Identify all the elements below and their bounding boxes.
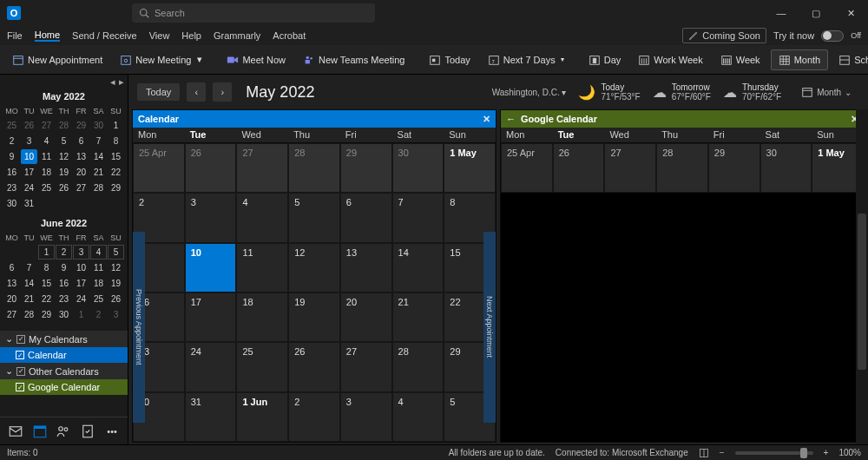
forecast-day[interactable]: 🌙Today71°F/53°F (578, 82, 640, 102)
menu-item-view[interactable]: View (149, 30, 170, 41)
calendar-cell[interactable]: 26 (185, 143, 237, 193)
mini-cal-day[interactable]: 24 (73, 292, 89, 306)
calendar-cell[interactable]: 28 (288, 143, 340, 193)
new-teams-meeting-button[interactable]: New Teams Meeting (296, 50, 411, 69)
back-arrow-icon[interactable]: ← (506, 114, 516, 124)
mini-cal-day[interactable]: 13 (73, 149, 89, 164)
mini-cal-day[interactable]: 20 (73, 165, 89, 180)
calendar-cell[interactable]: 30 (760, 143, 812, 193)
calendar-cell[interactable]: 4 (236, 193, 288, 242)
calendar-cell[interactable]: 1 Jun (604, 392, 656, 442)
zoom-out-button[interactable]: − (720, 448, 725, 457)
view-selector[interactable]: Month ⌄ (793, 82, 859, 102)
mini-cal-day[interactable]: 5 (108, 245, 124, 260)
mini-cal-day[interactable]: 27 (38, 118, 55, 133)
goto-today-button[interactable]: Today (137, 83, 180, 101)
mini-cal-day[interactable]: 25 (38, 181, 55, 195)
menu-item-home[interactable]: Home (35, 30, 60, 42)
calendar-cell[interactable]: 31 (185, 392, 237, 442)
mini-cal-day[interactable]: 11 (90, 260, 107, 275)
scrollbar[interactable] (856, 109, 868, 444)
mini-cal-day[interactable]: 26 (21, 118, 37, 133)
mini-cal-day[interactable]: 27 (3, 307, 20, 322)
new-appointment-button[interactable]: New Appointment (5, 50, 109, 69)
calendar-cell[interactable]: 26 (656, 342, 708, 391)
search-input[interactable]: Search (132, 3, 375, 23)
calendar-cell[interactable]: 4 (760, 392, 812, 442)
menu-item-acrobat[interactable]: Acrobat (273, 30, 306, 41)
mini-cal-day[interactable]: 16 (56, 276, 72, 291)
calendar-cell[interactable]: 11 (236, 243, 288, 292)
checkbox-icon[interactable] (16, 335, 25, 344)
calendar-cell[interactable]: 30 (501, 392, 553, 442)
checkbox-icon[interactable] (16, 367, 25, 376)
forecast-day[interactable]: ☁Tomorrow67°F/60°F (653, 82, 711, 102)
close-pane-icon[interactable]: ✕ (483, 114, 490, 125)
mini-cal-day[interactable]: 25 (90, 292, 107, 306)
mini-cal-day[interactable]: 8 (38, 260, 55, 275)
mini-cal-day[interactable]: 18 (90, 276, 107, 291)
mini-cal-day[interactable]: 19 (108, 276, 124, 291)
calendar-cell[interactable]: 24 (553, 342, 605, 391)
calendar-cell[interactable]: 3 (553, 193, 605, 242)
next-7-days-button[interactable]: 7Next 7 Days▾ (481, 50, 571, 69)
calendar-cell[interactable]: 20 (708, 292, 760, 342)
calendar-cell[interactable]: 2 (656, 392, 708, 442)
mini-cal-day[interactable]: 9 (56, 260, 72, 275)
calendar-cell[interactable]: 19 (288, 292, 340, 342)
calendar-cell[interactable]: 21 (760, 292, 812, 342)
mini-cal-day[interactable]: 4 (38, 134, 55, 148)
calendar-cell[interactable]: 2 (288, 392, 340, 442)
mini-cal-day[interactable]: 14 (90, 149, 107, 164)
maximize-button[interactable]: ▢ (799, 0, 833, 26)
mini-cal-day[interactable]: 29 (73, 118, 89, 133)
calendar-cell[interactable]: 13 (708, 243, 760, 292)
calendar-cell[interactable]: 7 (760, 193, 812, 242)
coming-soon-button[interactable]: Coming Soon (682, 28, 766, 43)
calendar-cell[interactable]: 3 (340, 392, 392, 442)
calendar-cell[interactable]: 27 (604, 143, 656, 193)
mini-cal-day[interactable]: 8 (108, 134, 124, 148)
mini-cal-day[interactable]: 9 (3, 149, 20, 164)
week-view-button[interactable]: Week (713, 50, 767, 69)
calendar-cell[interactable]: 30 (392, 143, 444, 193)
calendar-item-google[interactable]: Google Calendar (0, 379, 128, 395)
people-icon[interactable] (56, 424, 71, 439)
calendar-item-calendar[interactable]: Calendar (0, 347, 128, 363)
calendar-cell[interactable]: 27 (340, 342, 392, 391)
calendar-cell[interactable]: 10 (553, 243, 605, 292)
menu-item-file[interactable]: File (7, 30, 23, 41)
mini-cal-day[interactable]: 15 (108, 149, 124, 164)
mini-cal-day[interactable]: 21 (90, 165, 107, 180)
schedule-view-button[interactable]: Schedule View▾ (832, 50, 868, 69)
mini-cal-day[interactable]: 21 (21, 292, 37, 306)
mini-cal-day[interactable]: 1 (108, 118, 124, 133)
mini-cal-day[interactable]: 17 (73, 276, 89, 291)
mini-cal-day[interactable]: 7 (90, 134, 107, 148)
mini-cal-day[interactable]: 13 (3, 276, 20, 291)
menu-item-help[interactable]: Help (181, 30, 201, 41)
mini-cal-day[interactable]: 12 (108, 260, 124, 275)
calendar-cell[interactable]: 25 (236, 342, 288, 391)
calendar-cell[interactable]: 13 (340, 243, 392, 292)
mini-cal-day[interactable]: 28 (21, 307, 37, 322)
prev-period-button[interactable]: ‹ (187, 82, 206, 102)
mini-cal-day[interactable]: 11 (38, 149, 55, 164)
prev-month-icon[interactable]: ◂ (110, 76, 115, 88)
calendar-cell[interactable]: 24 (185, 342, 237, 391)
calendar-cell[interactable]: 20 (340, 292, 392, 342)
calendar-cell[interactable]: 4 (604, 193, 656, 242)
mini-cal-day[interactable]: 3 (21, 134, 37, 148)
mini-cal-day[interactable]: 17 (21, 165, 37, 180)
calendar-cell[interactable]: 25 (604, 342, 656, 391)
layout-icon[interactable] (699, 448, 709, 458)
scroll-thumb[interactable] (858, 214, 866, 370)
mini-cal-day[interactable]: 22 (38, 292, 55, 306)
calendar-cell[interactable]: 23 (501, 342, 553, 391)
calendar-cell[interactable]: 4 (392, 392, 444, 442)
calendar-cell[interactable]: 14 (392, 243, 444, 292)
mail-icon[interactable] (8, 424, 23, 439)
mini-cal-day[interactable]: 1 (38, 245, 55, 260)
calendar-cell[interactable]: 9 (501, 243, 553, 292)
calendar-cell[interactable]: 17 (553, 292, 605, 342)
